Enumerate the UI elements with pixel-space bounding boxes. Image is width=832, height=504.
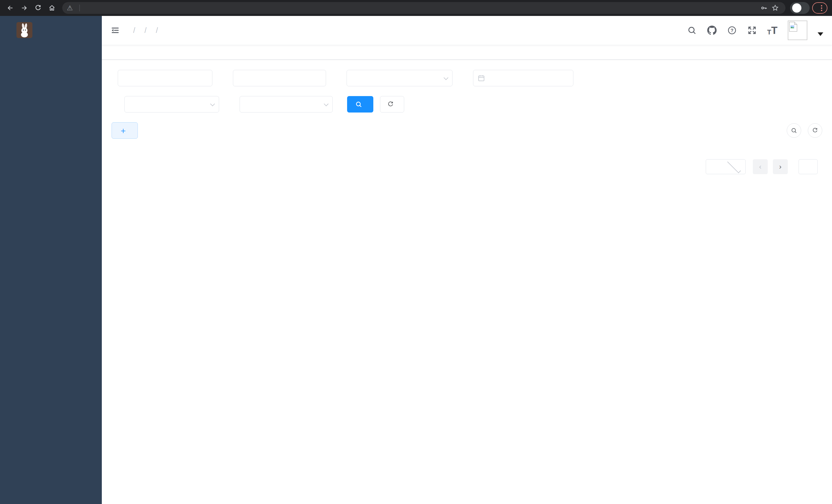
- show-search-icon[interactable]: [787, 123, 801, 138]
- browser-back-icon[interactable]: [5, 2, 16, 13]
- password-key-icon[interactable]: [758, 2, 770, 13]
- calendar-icon: [477, 74, 485, 82]
- refresh-table-icon[interactable]: [808, 123, 822, 138]
- browser-menu-icon[interactable]: [821, 5, 822, 11]
- omnibox-divider: [79, 5, 80, 11]
- sidebar-menu: [0, 44, 102, 47]
- sidebar-collapse-icon[interactable]: [102, 26, 129, 35]
- breadcrumb: / / /: [129, 26, 162, 35]
- page-content: ＋: [102, 60, 832, 504]
- status-select[interactable]: [125, 96, 219, 113]
- avatar[interactable]: [788, 21, 807, 40]
- table-toolbar: ＋: [111, 122, 822, 139]
- create-process-button[interactable]: ＋: [111, 122, 138, 139]
- logo-rabbit-image: [17, 22, 32, 38]
- app-logo[interactable]: [0, 16, 102, 44]
- next-page-button[interactable]: ›: [773, 159, 788, 174]
- security-warning-icon: ⚠: [67, 4, 73, 12]
- pagination: ‹ ›: [111, 159, 822, 174]
- header-search-icon[interactable]: [687, 25, 697, 35]
- browser-reload-icon[interactable]: [32, 2, 44, 13]
- filter-row-1: [111, 70, 822, 86]
- github-icon[interactable]: [707, 25, 717, 35]
- refresh-icon: [387, 101, 394, 108]
- svg-text:?: ?: [730, 28, 733, 33]
- chevron-down-icon: [727, 160, 741, 173]
- bookmark-star-icon[interactable]: [770, 2, 781, 13]
- search-icon: [355, 101, 362, 108]
- browser-forward-icon[interactable]: [19, 2, 30, 13]
- help-icon[interactable]: ?: [727, 25, 737, 35]
- chevron-down-icon: [443, 75, 448, 80]
- top-navbar: / / / ? TT: [102, 16, 832, 45]
- browser-home-icon[interactable]: [46, 2, 58, 13]
- process-name-input[interactable]: [118, 70, 212, 86]
- goto-page-input[interactable]: [799, 159, 817, 174]
- font-size-icon[interactable]: TT: [767, 25, 778, 35]
- browser-update-button[interactable]: [812, 2, 827, 13]
- browser-toolbar: ⚠: [0, 0, 832, 16]
- incognito-icon: [792, 3, 801, 12]
- page-size-select[interactable]: [706, 159, 746, 174]
- chevron-down-icon: [210, 102, 215, 106]
- chevron-down-icon: [324, 102, 328, 106]
- search-button[interactable]: [347, 96, 373, 113]
- avatar-dropdown-icon[interactable]: [817, 32, 823, 36]
- parent-process-input[interactable]: [233, 70, 326, 86]
- submit-time-range-picker[interactable]: [473, 70, 573, 86]
- reset-button[interactable]: [380, 96, 404, 113]
- plus-icon: ＋: [119, 127, 127, 135]
- incognito-chip: [790, 2, 810, 14]
- result-select[interactable]: [240, 96, 333, 113]
- category-select[interactable]: [346, 70, 452, 86]
- prev-page-button[interactable]: ‹: [753, 159, 768, 174]
- address-bar[interactable]: ⚠: [62, 2, 785, 14]
- sidebar: [0, 16, 102, 504]
- filter-row-2: [111, 96, 822, 113]
- tags-view-bar: [102, 45, 832, 60]
- fullscreen-icon[interactable]: [747, 25, 757, 35]
